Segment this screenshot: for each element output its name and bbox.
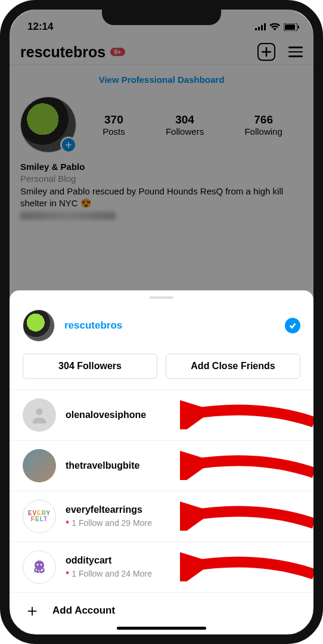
- annotation-arrow: [180, 500, 313, 531]
- current-account-username: rescutebros: [64, 320, 122, 332]
- account-row[interactable]: EVERYFELT everyfeltearrings •1 Follow an…: [10, 491, 313, 541]
- annotation-arrow: [180, 550, 313, 581]
- annotation-arrow: [180, 449, 313, 480]
- account-avatar: [23, 398, 56, 432]
- account-avatar: [23, 550, 56, 584]
- sheet-grabber[interactable]: [150, 296, 173, 299]
- account-avatar: EVERYFELT: [23, 500, 56, 533]
- current-account-avatar: [23, 309, 55, 342]
- account-row[interactable]: odditycart •1 Follow and 24 More: [10, 541, 313, 592]
- current-account-row[interactable]: rescutebros: [10, 307, 313, 350]
- svg-point-7: [36, 408, 42, 415]
- svg-point-10: [41, 564, 42, 566]
- account-username: thetravelbugbite: [66, 460, 139, 471]
- home-indicator[interactable]: [117, 627, 206, 630]
- account-row[interactable]: olenalovesiphone: [10, 389, 313, 440]
- account-subtitle: •1 Follow and 24 More: [66, 567, 152, 580]
- account-row[interactable]: thetravelbugbite: [10, 440, 313, 491]
- account-username: olenalovesiphone: [66, 410, 146, 420]
- svg-point-9: [37, 564, 39, 566]
- add-account-row[interactable]: ＋ Add Account: [10, 592, 313, 628]
- account-subtitle: •1 Follow and 29 More: [66, 516, 152, 529]
- account-username: odditycart: [66, 555, 152, 566]
- svg-point-8: [35, 561, 44, 570]
- account-username: everyfeltearrings: [66, 504, 152, 515]
- annotation-arrow: [180, 398, 313, 429]
- followers-button[interactable]: 304 Followers: [23, 354, 157, 379]
- close-friends-button[interactable]: Add Close Friends: [166, 354, 300, 379]
- add-account-label: Add Account: [52, 605, 115, 617]
- account-avatar: [23, 449, 56, 482]
- selected-check-icon: [285, 318, 300, 333]
- account-switcher-sheet: rescutebros 304 Followers Add Close Frie…: [10, 290, 313, 634]
